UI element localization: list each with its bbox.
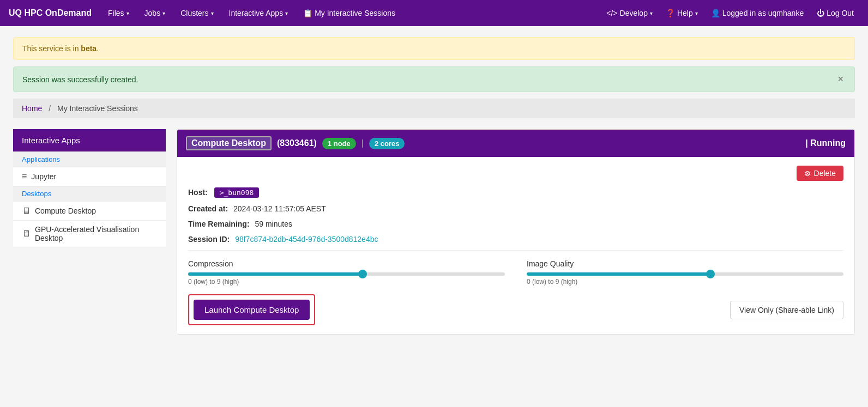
sidebar-item-compute-desktop[interactable]: 🖥 Compute Desktop [13, 201, 166, 220]
success-alert-close[interactable]: × [835, 74, 846, 85]
nav-interactive-apps[interactable]: Interactive Apps ▾ [224, 0, 294, 26]
nav-develop[interactable]: </> Develop ▾ [601, 0, 658, 26]
nav-logout-icon: ⏻ [817, 9, 824, 17]
nav-develop-label: Develop [620, 9, 648, 17]
sidebar-item-compute-desktop-label: Compute Desktop [35, 206, 96, 215]
breadcrumb-home[interactable]: Home [22, 104, 42, 113]
session-created-row: Created at: 2024-03-12 11:57:05 AEST [188, 204, 843, 213]
delete-label: Delete [814, 169, 836, 178]
beta-alert-prefix: This service is in [22, 44, 81, 53]
nav-jobs[interactable]: Jobs ▾ [139, 0, 171, 26]
image-quality-track[interactable] [527, 272, 843, 276]
navbar: UQ HPC OnDemand Files ▾ Jobs ▾ Clusters … [0, 0, 868, 26]
nav-jobs-label: Jobs [144, 9, 161, 17]
sliders-row: Compression 0 (low) to 9 (high) Image Qu… [188, 259, 843, 285]
nav-user-label: Logged in as uqmhanke [722, 9, 804, 17]
sidebar-header: Interactive Apps [13, 129, 166, 151]
nav-help-label: Help [677, 9, 693, 17]
nav-user[interactable]: 👤 Logged in as uqmhanke [706, 0, 809, 26]
badge-nodes: 1 node [322, 138, 356, 149]
breadcrumb-separator: / [49, 104, 51, 113]
delete-icon: ⊗ [804, 169, 811, 178]
page-layout: Interactive Apps Applications ≡ Jupyter … [13, 129, 855, 335]
nav-help-icon: ❓ [666, 9, 675, 17]
beta-alert: This service is in beta. [13, 37, 855, 60]
nav-files[interactable]: Files ▾ [103, 0, 135, 26]
session-time-row: Time Remaining: 59 minutes [188, 220, 843, 228]
nav-develop-icon: </> [606, 9, 617, 17]
sidebar-item-gpu-desktop-label: GPU-Accelerated Visualisation Desktop [35, 225, 157, 242]
session-created-value: 2024-03-12 11:57:05 AEST [233, 204, 326, 213]
session-id-label: Session ID: [188, 235, 230, 244]
compression-label: Compression [188, 259, 505, 268]
jupyter-icon: ≡ [22, 172, 27, 181]
success-alert: Session was successfully created. × [13, 66, 855, 92]
gpu-desktop-icon: 🖥 [22, 229, 31, 239]
navbar-right: </> Develop ▾ ❓ Help ▾ 👤 Logged in as uq… [601, 0, 859, 26]
nav-clusters-label: Clusters [180, 9, 208, 17]
launch-btn-wrapper: Launch Compute Desktop [188, 294, 315, 325]
divider [188, 250, 843, 251]
image-quality-range: 0 (low) to 9 (high) [527, 278, 843, 285]
session-host-label: Host: [188, 188, 208, 197]
session-created-label: Created at: [188, 204, 228, 213]
image-quality-label: Image Quality [527, 259, 843, 268]
sidebar-item-gpu-desktop[interactable]: 🖥 GPU-Accelerated Visualisation Desktop [13, 220, 166, 247]
nav-develop-caret: ▾ [650, 10, 653, 16]
nav-clusters-caret: ▾ [211, 10, 214, 16]
sidebar-item-jupyter[interactable]: ≡ Jupyter [13, 167, 166, 186]
nav-logout-label: Log Out [827, 9, 854, 17]
session-id-link[interactable]: 98f7c874-b2db-454d-976d-3500d812e4bc [235, 235, 378, 244]
nav-files-label: Files [108, 9, 124, 17]
launch-button[interactable]: Launch Compute Desktop [194, 300, 310, 320]
sidebar-section-applications: Applications [13, 151, 166, 167]
nav-my-sessions-icon: 📋 [303, 9, 312, 17]
badge-divider: | [361, 138, 364, 148]
nav-help-caret: ▾ [695, 10, 698, 16]
breadcrumb: Home / My Interactive Sessions [13, 99, 855, 118]
session-status: | Running [805, 138, 846, 148]
view-only-button[interactable]: View Only (Share-able Link) [730, 301, 843, 319]
sidebar: Interactive Apps Applications ≡ Jupyter … [13, 129, 166, 335]
session-id-row: Session ID: 98f7c874-b2db-454d-976d-3500… [188, 235, 843, 244]
badge-cores: 2 cores [369, 138, 405, 149]
session-host-value: >_bun098 [214, 187, 260, 198]
session-card-body: ⊗ Delete Host: >_bun098 Created at: 2024… [177, 157, 854, 334]
session-id-text: (8303461) [277, 138, 317, 148]
compute-desktop-icon: 🖥 [22, 206, 31, 216]
nav-logout[interactable]: ⏻ Log Out [811, 0, 859, 26]
delete-area: ⊗ Delete [188, 166, 843, 181]
launch-area: Launch Compute Desktop View Only (Share-… [188, 294, 843, 325]
beta-alert-bold: beta [81, 44, 97, 53]
nav-clusters[interactable]: Clusters ▾ [175, 0, 219, 26]
image-quality-thumb [706, 270, 715, 278]
nav-files-caret: ▾ [126, 10, 129, 16]
success-alert-text: Session was successfully created. [22, 75, 138, 84]
nav-interactive-apps-label: Interactive Apps [229, 9, 284, 17]
nav-my-sessions-label: My Interactive Sessions [315, 9, 395, 17]
beta-alert-suffix: . [97, 44, 99, 53]
session-card: Compute Desktop (8303461) 1 node | 2 cor… [177, 129, 855, 335]
compression-fill [188, 272, 363, 276]
compression-range: 0 (low) to 9 (high) [188, 278, 505, 285]
nav-my-sessions[interactable]: 📋 My Interactive Sessions [298, 0, 401, 26]
sidebar-section-desktops: Desktops [13, 186, 166, 201]
sidebar-item-jupyter-label: Jupyter [31, 172, 56, 181]
image-quality-group: Image Quality 0 (low) to 9 (high) [527, 259, 843, 285]
compression-group: Compression 0 (low) to 9 (high) [188, 259, 505, 285]
compression-thumb [358, 270, 367, 278]
session-title-highlight: Compute Desktop [186, 136, 272, 150]
session-card-header: Compute Desktop (8303461) 1 node | 2 cor… [177, 130, 854, 157]
image-quality-fill [527, 272, 710, 276]
session-time-label: Time Remaining: [188, 220, 250, 228]
navbar-brand: UQ HPC OnDemand [9, 8, 92, 18]
nav-interactive-apps-caret: ▾ [285, 10, 288, 16]
breadcrumb-current: My Interactive Sessions [57, 104, 138, 113]
session-time-value: 59 minutes [255, 220, 292, 228]
compression-track[interactable] [188, 272, 505, 276]
nav-help[interactable]: ❓ Help ▾ [660, 0, 703, 26]
delete-button[interactable]: ⊗ Delete [797, 166, 843, 181]
main-content: This service is in beta. Session was suc… [0, 26, 868, 345]
nav-jobs-caret: ▾ [162, 10, 165, 16]
nav-user-icon: 👤 [711, 9, 720, 17]
